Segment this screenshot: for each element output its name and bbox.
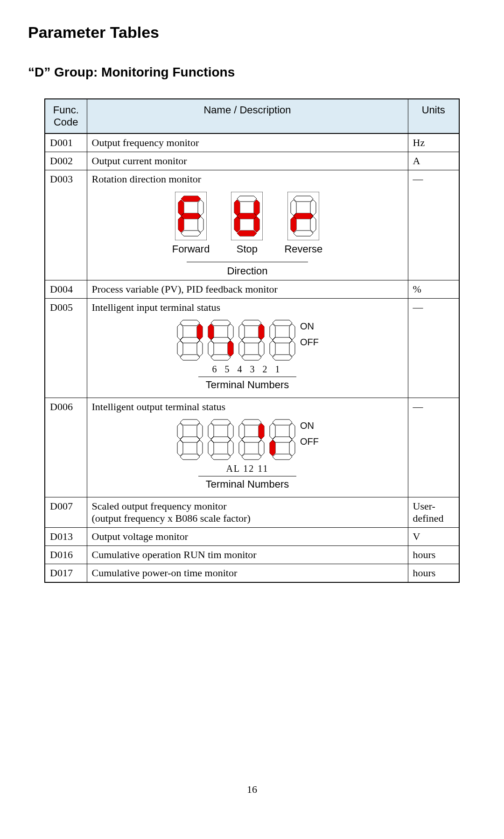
digit-icon xyxy=(207,318,235,362)
terminal-numbers: 6 5 4 3 2 1 xyxy=(92,364,403,375)
digit-icon xyxy=(238,318,266,362)
cell-units: Hz xyxy=(408,133,459,152)
label-forward: Forward xyxy=(172,243,210,255)
table-row: D017 Cumulative power-on time monitor ho… xyxy=(45,564,459,583)
cell-name: Output frequency monitor xyxy=(87,133,408,152)
label-direction: Direction xyxy=(187,262,308,277)
cell-name: Intelligent output terminal status xyxy=(87,398,408,497)
th-func-code: Func. Code xyxy=(45,99,87,133)
digit-icon xyxy=(176,418,204,461)
svg-marker-9 xyxy=(178,200,184,216)
cell-units: — xyxy=(408,170,459,280)
cell-units: % xyxy=(408,280,459,299)
page-title: Parameter Tables xyxy=(28,23,476,42)
cell-code: D006 xyxy=(45,398,87,497)
svg-marker-16 xyxy=(234,200,240,216)
cell-code: D017 xyxy=(45,564,87,583)
label-on: ON xyxy=(300,418,319,433)
cell-units: A xyxy=(408,152,459,170)
label-off: OFF xyxy=(300,334,319,350)
cell-units: hours xyxy=(408,546,459,564)
svg-marker-11 xyxy=(178,217,184,232)
label-off: OFF xyxy=(300,433,319,449)
input-terminal-diagram: ON OFF xyxy=(92,318,403,362)
table-row: D007 Scaled output frequency monitor (ou… xyxy=(45,497,459,528)
svg-marker-8 xyxy=(181,196,201,202)
cell-code: D003 xyxy=(45,170,87,280)
digit-reverse-icon xyxy=(287,192,319,240)
svg-marker-21 xyxy=(291,217,296,232)
cell-units: — xyxy=(408,299,459,398)
cell-name: Cumulative power-on time monitor xyxy=(87,564,408,583)
cell-code: D002 xyxy=(45,152,87,170)
table-row: D005 Intelligent input terminal status xyxy=(45,299,459,398)
svg-marker-20 xyxy=(294,213,313,219)
table-row: D003 Rotation direction monitor xyxy=(45,170,459,280)
digit-icon xyxy=(268,418,296,461)
cell-code: D005 xyxy=(45,299,87,398)
table-row: D001 Output frequency monitor Hz xyxy=(45,133,459,152)
digit-icon xyxy=(238,418,266,461)
cell-code: D016 xyxy=(45,546,87,564)
cell-name: Output current monitor xyxy=(87,152,408,170)
terminal-caption: Terminal Numbers xyxy=(198,476,296,490)
cell-units: V xyxy=(408,528,459,546)
svg-marker-24 xyxy=(228,341,233,357)
cell-code: D013 xyxy=(45,528,87,546)
svg-marker-18 xyxy=(237,231,257,236)
svg-marker-15 xyxy=(234,217,240,232)
label-on: ON xyxy=(300,318,319,334)
cell-code: D001 xyxy=(45,133,87,152)
digit-icon xyxy=(176,318,204,362)
svg-marker-10 xyxy=(181,213,201,219)
table-row: D013 Output voltage monitor V xyxy=(45,528,459,546)
terminal-caption: Terminal Numbers xyxy=(198,377,296,391)
digit-icon xyxy=(207,418,235,461)
direction-diagram: Forward xyxy=(92,192,403,255)
table-row: D002 Output current monitor A xyxy=(45,152,459,170)
section-title: “D” Group: Monitoring Functions xyxy=(28,65,476,80)
cell-name: Scaled output frequency monitor (output … xyxy=(87,497,408,528)
cell-units: User- defined xyxy=(408,497,459,528)
cell-units: hours xyxy=(408,564,459,583)
svg-marker-22 xyxy=(197,324,203,340)
cell-name: Intelligent input terminal status xyxy=(87,299,408,398)
cell-name: Output voltage monitor xyxy=(87,528,408,546)
onoff-labels: ON OFF xyxy=(300,418,319,449)
svg-marker-13 xyxy=(254,200,259,216)
cell-name: Rotation direction monitor xyxy=(87,170,408,280)
cell-code: D007 xyxy=(45,497,87,528)
svg-marker-14 xyxy=(254,217,259,232)
page-number: 16 xyxy=(28,783,476,796)
label-stop: Stop xyxy=(237,243,258,255)
th-units: Units xyxy=(408,99,459,133)
digit-stop-icon xyxy=(231,192,263,240)
table-row: D004 Process variable (PV), PID feedback… xyxy=(45,280,459,299)
svg-marker-17 xyxy=(237,213,257,219)
terminal-numbers: AL 12 11 xyxy=(92,463,403,474)
cell-units: — xyxy=(408,398,459,497)
digit-forward-icon xyxy=(175,192,207,240)
svg-marker-25 xyxy=(259,324,264,340)
table-row: D006 Intelligent output terminal status xyxy=(45,398,459,497)
output-terminal-diagram: ON OFF xyxy=(92,418,403,461)
onoff-labels: ON OFF xyxy=(300,318,319,350)
cell-name: Cumulative operation RUN tim monitor xyxy=(87,546,408,564)
th-name-description: Name / Description xyxy=(87,99,408,133)
svg-marker-27 xyxy=(270,440,275,456)
table-row: D016 Cumulative operation RUN tim monito… xyxy=(45,546,459,564)
parameter-table: Func. Code Name / Description Units D001… xyxy=(44,98,460,583)
cell-name: Process variable (PV), PID feedback moni… xyxy=(87,280,408,299)
digit-icon xyxy=(268,318,296,362)
svg-marker-26 xyxy=(259,423,264,439)
svg-marker-23 xyxy=(208,324,214,340)
cell-code: D004 xyxy=(45,280,87,299)
label-reverse: Reverse xyxy=(284,243,322,255)
